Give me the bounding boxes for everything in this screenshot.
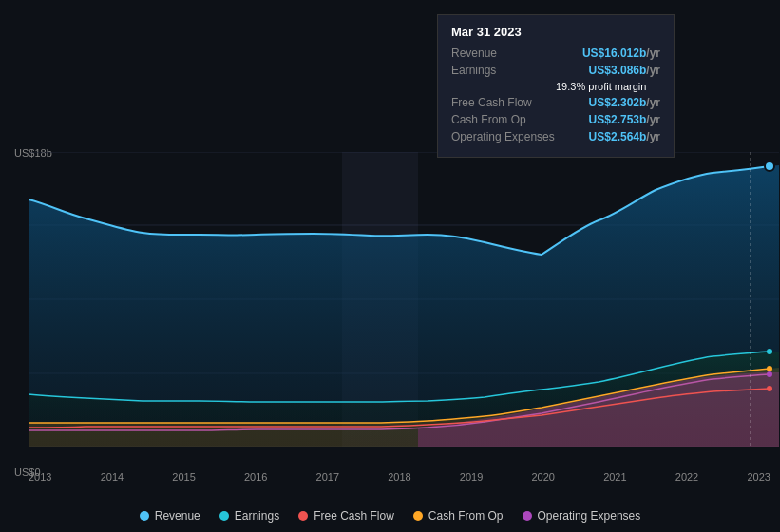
tooltip-fcf-value: US$2.302b/yr	[589, 96, 660, 109]
main-chart	[29, 152, 779, 446]
x-axis: 2013 2014 2015 2016 2017 2018 2019 2020 …	[29, 471, 770, 483]
x-label-2017: 2017	[316, 471, 339, 483]
tooltip-revenue-label: Revenue	[451, 47, 556, 60]
legend-dot-fcf	[298, 511, 308, 521]
legend-label-opex: Operating Expenses	[538, 509, 641, 522]
x-label-2019: 2019	[460, 471, 483, 483]
tooltip-earnings-label: Earnings	[451, 64, 556, 77]
tooltip-opex-label: Operating Expenses	[451, 130, 556, 143]
x-label-2020: 2020	[531, 471, 554, 483]
x-label-2013: 2013	[29, 471, 51, 483]
svg-point-10	[767, 371, 772, 377]
tooltip-revenue-value: US$16.012b/yr	[582, 47, 660, 60]
tooltip-earnings-value: US$3.086b/yr	[589, 64, 660, 77]
legend-label-revenue: Revenue	[155, 509, 200, 522]
legend-earnings[interactable]: Earnings	[219, 509, 279, 522]
tooltip-fcf-row: Free Cash Flow US$2.302b/yr	[451, 96, 660, 109]
legend-label-earnings: Earnings	[235, 509, 279, 522]
tooltip-earnings-row: Earnings US$3.086b/yr	[451, 64, 660, 77]
tooltip-fcf-label: Free Cash Flow	[451, 96, 556, 109]
legend-dot-earnings	[219, 511, 229, 521]
svg-point-9	[767, 366, 772, 371]
tooltip-cashfromop-value: US$2.753b/yr	[589, 113, 660, 126]
tooltip-cashfromop-label: Cash From Op	[451, 113, 556, 126]
legend-revenue[interactable]: Revenue	[140, 509, 200, 522]
tooltip-opex-value: US$2.564b/yr	[589, 130, 660, 143]
legend-dot-cashfromop	[413, 511, 423, 521]
tooltip-date: Mar 31 2023	[451, 25, 660, 39]
chart-container: Mar 31 2023 Revenue US$16.012b/yr Earnin…	[0, 0, 780, 532]
legend-dot-revenue	[140, 511, 149, 521]
x-label-2022: 2022	[675, 471, 698, 483]
tooltip-opex-row: Operating Expenses US$2.564b/yr	[451, 130, 660, 143]
x-label-2015: 2015	[172, 471, 195, 483]
x-label-2018: 2018	[388, 471, 410, 483]
x-label-2014: 2014	[101, 471, 124, 483]
legend-dot-opex	[523, 511, 532, 521]
legend-label-cashfromop: Cash From Op	[428, 509, 504, 522]
legend-cashfromop[interactable]: Cash From Op	[413, 509, 504, 522]
x-label-2023: 2023	[747, 471, 770, 483]
chart-legend: Revenue Earnings Free Cash Flow Cash Fro…	[0, 509, 780, 522]
tooltip-revenue-row: Revenue US$16.012b/yr	[451, 47, 660, 60]
svg-point-7	[765, 162, 774, 171]
svg-point-8	[767, 349, 772, 354]
tooltip-margin: 19.3% profit margin	[451, 81, 660, 92]
tooltip-cashfromop-row: Cash From Op US$2.753b/yr	[451, 113, 660, 126]
legend-opex[interactable]: Operating Expenses	[523, 509, 641, 522]
legend-label-fcf: Free Cash Flow	[314, 509, 394, 522]
x-label-2016: 2016	[244, 471, 267, 483]
svg-point-11	[767, 386, 772, 391]
x-label-2021: 2021	[603, 471, 626, 483]
tooltip-box: Mar 31 2023 Revenue US$16.012b/yr Earnin…	[437, 14, 675, 158]
legend-fcf[interactable]: Free Cash Flow	[298, 509, 394, 522]
